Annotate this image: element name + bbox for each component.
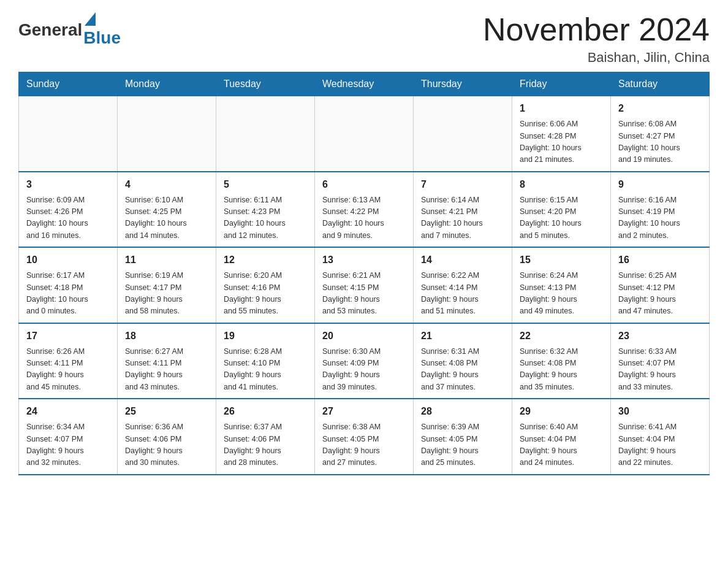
day-number: 24 xyxy=(26,404,110,419)
day-info: Sunrise: 6:25 AM Sunset: 4:12 PM Dayligh… xyxy=(618,270,702,318)
day-number: 11 xyxy=(125,253,208,267)
day-info: Sunrise: 6:15 AM Sunset: 4:20 PM Dayligh… xyxy=(520,194,603,242)
location-subtitle: Baishan, Jilin, China xyxy=(483,50,710,66)
calendar-cell: 23Sunrise: 6:33 AM Sunset: 4:07 PM Dayli… xyxy=(611,323,710,399)
day-number: 25 xyxy=(125,404,208,419)
weekday-header-monday: Monday xyxy=(118,72,216,96)
day-info: Sunrise: 6:13 AM Sunset: 4:22 PM Dayligh… xyxy=(322,194,406,242)
calendar-cell: 16Sunrise: 6:25 AM Sunset: 4:12 PM Dayli… xyxy=(611,247,710,323)
weekday-header-friday: Friday xyxy=(512,72,611,96)
calendar-cell: 18Sunrise: 6:27 AM Sunset: 4:11 PM Dayli… xyxy=(118,323,216,399)
day-info: Sunrise: 6:36 AM Sunset: 4:06 PM Dayligh… xyxy=(125,421,208,469)
weekday-header-saturday: Saturday xyxy=(611,72,710,96)
calendar-cell xyxy=(118,96,216,172)
calendar-cell: 1Sunrise: 6:06 AM Sunset: 4:28 PM Daylig… xyxy=(512,96,611,172)
day-number: 23 xyxy=(618,329,702,343)
calendar-cell: 15Sunrise: 6:24 AM Sunset: 4:13 PM Dayli… xyxy=(512,247,611,323)
calendar-cell: 9Sunrise: 6:16 AM Sunset: 4:19 PM Daylig… xyxy=(611,172,710,248)
day-info: Sunrise: 6:14 AM Sunset: 4:21 PM Dayligh… xyxy=(421,194,504,242)
day-info: Sunrise: 6:26 AM Sunset: 4:11 PM Dayligh… xyxy=(26,346,110,394)
calendar-table: SundayMondayTuesdayWednesdayThursdayFrid… xyxy=(18,72,710,475)
day-number: 28 xyxy=(421,404,504,419)
day-info: Sunrise: 6:08 AM Sunset: 4:27 PM Dayligh… xyxy=(618,118,702,166)
day-info: Sunrise: 6:24 AM Sunset: 4:13 PM Dayligh… xyxy=(520,270,603,318)
calendar-cell: 24Sunrise: 6:34 AM Sunset: 4:07 PM Dayli… xyxy=(19,399,118,475)
calendar-cell: 25Sunrise: 6:36 AM Sunset: 4:06 PM Dayli… xyxy=(118,399,216,475)
calendar-cell: 30Sunrise: 6:41 AM Sunset: 4:04 PM Dayli… xyxy=(611,399,710,475)
day-info: Sunrise: 6:41 AM Sunset: 4:04 PM Dayligh… xyxy=(618,421,702,469)
day-number: 17 xyxy=(26,329,110,343)
day-info: Sunrise: 6:21 AM Sunset: 4:15 PM Dayligh… xyxy=(322,270,406,318)
page-header: General Blue November 2024 Baishan, Jili… xyxy=(18,12,710,66)
day-number: 27 xyxy=(322,404,406,419)
calendar-cell: 27Sunrise: 6:38 AM Sunset: 4:05 PM Dayli… xyxy=(315,399,414,475)
day-number: 26 xyxy=(224,404,307,419)
logo-general-text: General xyxy=(18,20,82,40)
day-info: Sunrise: 6:37 AM Sunset: 4:06 PM Dayligh… xyxy=(224,421,307,469)
calendar-week-row: 3Sunrise: 6:09 AM Sunset: 4:26 PM Daylig… xyxy=(19,172,710,248)
calendar-cell: 10Sunrise: 6:17 AM Sunset: 4:18 PM Dayli… xyxy=(19,247,118,323)
calendar-cell: 2Sunrise: 6:08 AM Sunset: 4:27 PM Daylig… xyxy=(611,96,710,172)
calendar-week-row: 17Sunrise: 6:26 AM Sunset: 4:11 PM Dayli… xyxy=(19,323,710,399)
day-number: 20 xyxy=(322,329,406,343)
day-number: 14 xyxy=(421,253,504,267)
month-title: November 2024 xyxy=(483,12,710,47)
calendar-cell: 14Sunrise: 6:22 AM Sunset: 4:14 PM Dayli… xyxy=(414,247,512,323)
calendar-cell: 5Sunrise: 6:11 AM Sunset: 4:23 PM Daylig… xyxy=(216,172,315,248)
calendar-cell: 28Sunrise: 6:39 AM Sunset: 4:05 PM Dayli… xyxy=(414,399,512,475)
calendar-cell: 22Sunrise: 6:32 AM Sunset: 4:08 PM Dayli… xyxy=(512,323,611,399)
calendar-header: SundayMondayTuesdayWednesdayThursdayFrid… xyxy=(19,72,710,96)
logo-blue-text: Blue xyxy=(83,28,121,48)
day-info: Sunrise: 6:27 AM Sunset: 4:11 PM Dayligh… xyxy=(125,346,208,394)
calendar-cell: 6Sunrise: 6:13 AM Sunset: 4:22 PM Daylig… xyxy=(315,172,414,248)
day-number: 30 xyxy=(618,404,702,419)
day-number: 16 xyxy=(618,253,702,267)
calendar-cell xyxy=(216,96,315,172)
logo-blue-part: Blue xyxy=(83,12,121,48)
day-number: 1 xyxy=(520,101,603,116)
title-block: November 2024 Baishan, Jilin, China xyxy=(483,12,710,66)
svg-marker-0 xyxy=(85,12,96,26)
calendar-cell: 11Sunrise: 6:19 AM Sunset: 4:17 PM Dayli… xyxy=(118,247,216,323)
calendar-cell xyxy=(414,96,512,172)
calendar-week-row: 10Sunrise: 6:17 AM Sunset: 4:18 PM Dayli… xyxy=(19,247,710,323)
day-info: Sunrise: 6:28 AM Sunset: 4:10 PM Dayligh… xyxy=(224,346,307,394)
weekday-header-wednesday: Wednesday xyxy=(315,72,414,96)
day-info: Sunrise: 6:40 AM Sunset: 4:04 PM Dayligh… xyxy=(520,421,603,469)
day-info: Sunrise: 6:32 AM Sunset: 4:08 PM Dayligh… xyxy=(520,346,603,394)
day-number: 13 xyxy=(322,253,406,267)
calendar-cell: 3Sunrise: 6:09 AM Sunset: 4:26 PM Daylig… xyxy=(19,172,118,248)
day-info: Sunrise: 6:09 AM Sunset: 4:26 PM Dayligh… xyxy=(26,194,110,242)
day-info: Sunrise: 6:20 AM Sunset: 4:16 PM Dayligh… xyxy=(224,270,307,318)
day-number: 3 xyxy=(26,177,110,192)
day-info: Sunrise: 6:16 AM Sunset: 4:19 PM Dayligh… xyxy=(618,194,702,242)
day-info: Sunrise: 6:10 AM Sunset: 4:25 PM Dayligh… xyxy=(125,194,208,242)
calendar-cell: 21Sunrise: 6:31 AM Sunset: 4:08 PM Dayli… xyxy=(414,323,512,399)
day-info: Sunrise: 6:19 AM Sunset: 4:17 PM Dayligh… xyxy=(125,270,208,318)
day-number: 21 xyxy=(421,329,504,343)
weekday-header-thursday: Thursday xyxy=(414,72,512,96)
day-number: 7 xyxy=(421,177,504,192)
day-number: 9 xyxy=(618,177,702,192)
day-number: 10 xyxy=(26,253,110,267)
day-number: 19 xyxy=(224,329,307,343)
calendar-cell xyxy=(19,96,118,172)
logo: General Blue xyxy=(18,12,121,48)
day-info: Sunrise: 6:17 AM Sunset: 4:18 PM Dayligh… xyxy=(26,270,110,318)
day-number: 4 xyxy=(125,177,208,192)
day-number: 22 xyxy=(520,329,603,343)
day-number: 18 xyxy=(125,329,208,343)
weekday-header-sunday: Sunday xyxy=(19,72,118,96)
calendar-cell xyxy=(315,96,414,172)
day-info: Sunrise: 6:33 AM Sunset: 4:07 PM Dayligh… xyxy=(618,346,702,394)
logo-triangle-icon xyxy=(85,12,96,26)
day-number: 2 xyxy=(618,101,702,116)
day-info: Sunrise: 6:34 AM Sunset: 4:07 PM Dayligh… xyxy=(26,421,110,469)
day-info: Sunrise: 6:38 AM Sunset: 4:05 PM Dayligh… xyxy=(322,421,406,469)
calendar-week-row: 24Sunrise: 6:34 AM Sunset: 4:07 PM Dayli… xyxy=(19,399,710,475)
day-number: 29 xyxy=(520,404,603,419)
day-number: 6 xyxy=(322,177,406,192)
day-info: Sunrise: 6:22 AM Sunset: 4:14 PM Dayligh… xyxy=(421,270,504,318)
calendar-cell: 19Sunrise: 6:28 AM Sunset: 4:10 PM Dayli… xyxy=(216,323,315,399)
calendar-cell: 12Sunrise: 6:20 AM Sunset: 4:16 PM Dayli… xyxy=(216,247,315,323)
